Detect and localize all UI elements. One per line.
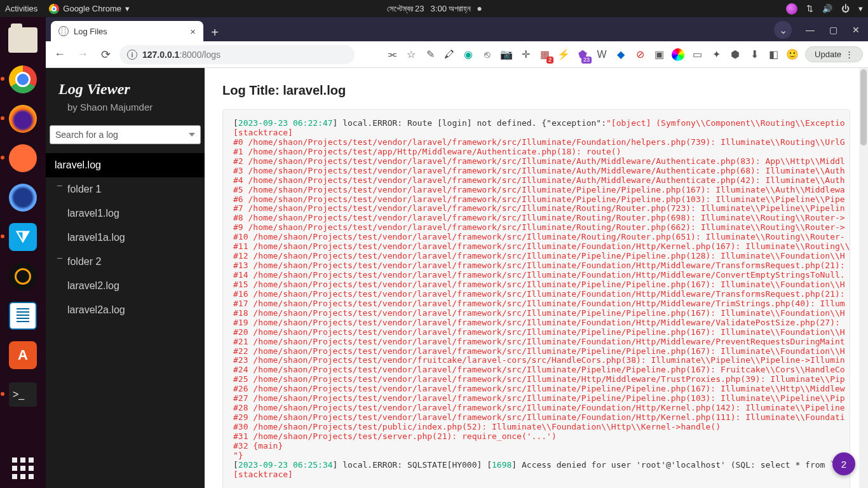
extensions-row: ⫘ ☆ ✎ 🖍 ◉ ⎋ 📷 ✛ ▦2 ⚡ ⬟23 W ◆ ⊘ ▣ ▭ ✦ ⬢ ⬇… <box>386 46 863 62</box>
tab-search-button[interactable]: ⌄ <box>774 21 792 39</box>
profile-avatar[interactable]: 🙂 <box>786 48 799 61</box>
indicator-icon[interactable] <box>786 3 797 15</box>
ext-purple-icon[interactable]: ⬟23 <box>576 48 589 61</box>
cast-icon[interactable]: ▭ <box>691 48 703 61</box>
page-content: Log Viewer by Shaon Majumder Search for … <box>46 68 868 488</box>
vscode-icon: ⧩ <box>9 223 37 251</box>
new-tab-button[interactable]: + <box>206 24 224 41</box>
dock-postman[interactable] <box>6 142 39 175</box>
sidebar-file-laravel1-log[interactable]: laravel1.log <box>46 201 205 226</box>
app-menu[interactable]: Google Chrome ▾ <box>49 4 130 14</box>
log-viewer-sidebar: Log Viewer by Shaon Majumder Search for … <box>46 68 205 488</box>
log-title: Log Title: laravel.log <box>222 83 850 98</box>
share-icon[interactable]: ⫘ <box>386 48 398 61</box>
site-info-icon[interactable]: i <box>127 50 137 60</box>
tab-strip: Log Files × + ⌄ — ▢ ✕ <box>46 17 868 41</box>
window-close-button[interactable]: ✕ <box>848 22 864 38</box>
dock-firefox[interactable] <box>6 102 39 135</box>
dock-rhythmbox[interactable] <box>6 260 39 293</box>
speaker-icon <box>9 262 37 290</box>
ext-icon[interactable]: ▣ <box>653 48 665 61</box>
chrome-icon <box>49 4 59 14</box>
dock-software[interactable] <box>6 339 39 372</box>
update-button[interactable]: Update⋮ <box>805 46 863 62</box>
chevron-down-icon[interactable]: ▾ <box>858 4 863 13</box>
ext-icon[interactable]: ⬢ <box>729 48 742 61</box>
dock-terminal[interactable]: >_ <box>6 378 39 411</box>
reload-button[interactable]: ⟳ <box>97 46 114 64</box>
terminal-icon: >_ <box>9 383 37 407</box>
sidebar-file-laravel2-log[interactable]: laravel2.log <box>46 274 205 298</box>
tab-close-button[interactable]: × <box>190 26 196 37</box>
eyedropper-icon[interactable]: 🖍 <box>443 48 456 61</box>
sidebar-folder-1[interactable]: folder 1 <box>46 177 205 201</box>
dock-files[interactable] <box>6 24 39 57</box>
ext-icon[interactable]: ⊘ <box>634 48 646 61</box>
ubuntu-dock: ⧩ >_ <box>0 17 46 488</box>
window-minimize-button[interactable]: — <box>802 22 818 38</box>
kebab-icon: ⋮ <box>845 50 853 59</box>
power-icon[interactable]: ⏻ <box>841 4 850 13</box>
chevron-down-icon: ⌄ <box>779 24 787 36</box>
ext-icon[interactable]: ⎋ <box>481 48 494 61</box>
sidebar-file-laravel2a-log[interactable]: laravel2a.log <box>46 298 205 322</box>
star-icon[interactable]: ☆ <box>405 48 417 61</box>
address-bar[interactable]: i 127.0.0.1:8000/logs <box>119 45 355 64</box>
wikipedia-icon[interactable]: W <box>595 48 608 61</box>
back-button[interactable]: ← <box>51 46 69 64</box>
grammarly-icon[interactable]: ◉ <box>462 48 475 61</box>
activities-button[interactable]: Activities <box>5 4 37 13</box>
postman-icon <box>9 144 37 172</box>
gnome-top-panel: Activities Google Chrome ▾ সেপ্টেম্বর 23… <box>0 0 868 17</box>
notification-dot-icon <box>478 7 482 11</box>
sidebar-file-laravel-log[interactable]: laravel.log <box>46 153 205 177</box>
show-applications-button[interactable] <box>12 458 34 479</box>
notification-fab[interactable]: 2 <box>832 452 855 475</box>
log-output[interactable]: [2023-09-23 06:22:47] local.ERROR: Route… <box>222 109 850 488</box>
clock[interactable]: সেপ্টেম্বর 23 3:00 অপরাহ্ন <box>387 4 482 14</box>
tab-title: Log Files <box>74 27 107 36</box>
chrome-icon <box>9 65 37 93</box>
pen-icon[interactable]: ✎ <box>424 48 437 61</box>
window-maximize-button[interactable]: ▢ <box>825 22 841 38</box>
network-icon[interactable]: ⇅ <box>806 4 813 13</box>
search-input[interactable]: Search for a log <box>50 125 201 144</box>
dock-vscode[interactable]: ⧩ <box>6 220 39 254</box>
dock-writer[interactable] <box>6 299 39 332</box>
bolt-icon[interactable]: ⚡ <box>557 48 570 61</box>
firefox-icon <box>9 105 37 133</box>
globe-icon <box>58 26 69 36</box>
forward-button: → <box>74 46 92 64</box>
browser-tab[interactable]: Log Files × <box>51 21 203 41</box>
scrollbar-thumb[interactable] <box>860 69 867 146</box>
sidepanel-icon[interactable]: ◧ <box>767 48 780 61</box>
sidebar-file-laravel1a-log[interactable]: laravel1a.log <box>46 226 205 250</box>
camera-icon[interactable]: 📷 <box>500 48 513 61</box>
sidebar-folder-2[interactable]: folder 2 <box>46 250 205 274</box>
writer-icon <box>9 302 37 330</box>
toolbar: ← → ⟳ i 127.0.0.1:8000/logs ⫘ ☆ ✎ 🖍 ◉ ⎋ … <box>46 41 868 68</box>
ext-icon[interactable]: ◆ <box>614 48 627 61</box>
download-icon[interactable]: ⬇ <box>748 48 761 61</box>
chevron-down-icon <box>189 133 195 137</box>
dock-chrome[interactable] <box>6 63 39 96</box>
dock-thunderbird[interactable] <box>6 181 39 214</box>
crosshair-icon[interactable]: ✛ <box>519 48 532 61</box>
chevron-down-icon: ▾ <box>125 4 130 13</box>
vertical-scrollbar[interactable] <box>859 68 868 488</box>
app-title: Log Viewer <box>46 81 205 102</box>
log-content-area[interactable]: Log Title: laravel.log [2023-09-23 06:22… <box>205 68 868 488</box>
volume-icon[interactable]: 🔊 <box>822 4 832 13</box>
app-subtitle: by Shaon Majumder <box>46 102 205 125</box>
files-icon <box>8 27 37 53</box>
ext-color-icon[interactable] <box>672 48 684 61</box>
chrome-window: Log Files × + ⌄ — ▢ ✕ ← → ⟳ i 127.0.0.1:… <box>46 17 868 488</box>
software-icon <box>9 341 37 369</box>
ext-badge-icon[interactable]: ▦2 <box>538 48 551 61</box>
extensions-puzzle-icon[interactable]: ✦ <box>710 48 722 61</box>
thunderbird-icon <box>9 184 37 212</box>
